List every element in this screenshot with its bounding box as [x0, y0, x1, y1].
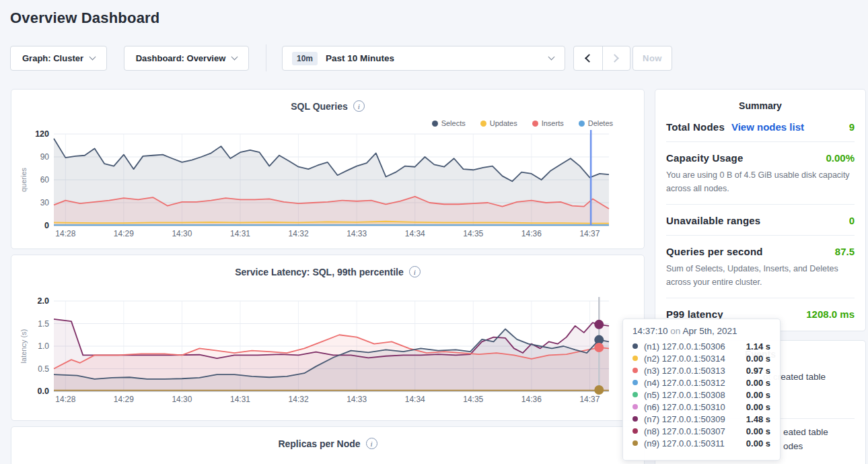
event-item: odes [783, 441, 803, 451]
qps-value: 87.5 [835, 246, 855, 257]
svg-text:60: 60 [40, 175, 50, 185]
svg-text:14:32: 14:32 [289, 229, 309, 238]
svg-text:1.0: 1.0 [38, 341, 49, 351]
tooltip-node-address: (n5) 127.0.0.1:50308 [644, 390, 725, 400]
svg-text:14:29: 14:29 [114, 229, 134, 238]
info-icon[interactable]: i [366, 438, 377, 449]
svg-text:latency (s): latency (s) [20, 329, 28, 364]
service-latency-chart[interactable]: 14:2814:2914:3014:3114:3214:3314:3414:35… [11, 290, 644, 406]
legend-dot-icon [532, 121, 538, 127]
tooltip-node-row: (n5) 127.0.0.1:503080.00 s [632, 389, 770, 401]
info-icon[interactable]: i [353, 100, 365, 112]
node-color-dot-icon [632, 428, 638, 434]
chevron-down-icon [231, 54, 238, 61]
svg-text:14:37: 14:37 [579, 229, 600, 238]
tooltip-node-address: (n7) 127.0.0.1:50309 [644, 414, 725, 424]
service-latency-card: Service Latency: SQL, 99th percentile i … [11, 255, 645, 421]
event-item: eated table [783, 427, 828, 437]
tooltip-node-address: (n3) 127.0.0.1:50313 [644, 366, 725, 376]
node-color-dot-icon [632, 404, 638, 409]
node-color-dot-icon [632, 380, 638, 385]
legend-label: Deletes [588, 119, 613, 127]
time-step-buttons [573, 46, 630, 71]
now-button[interactable]: Now [632, 46, 672, 71]
tooltip-node-address: (n2) 127.0.0.1:50314 [644, 354, 725, 364]
svg-text:14:28: 14:28 [55, 395, 75, 404]
tooltip-node-value: 0.97 s [746, 366, 770, 376]
legend-item[interactable]: Deletes [579, 119, 613, 127]
tooltip-node-value: 1.14 s [746, 341, 770, 352]
svg-text:14:33: 14:33 [347, 395, 367, 404]
sql-queries-chart[interactable]: 14:2814:2914:3014:3114:3214:3314:3414:35… [11, 129, 644, 243]
svg-text:1.5: 1.5 [38, 319, 49, 329]
tooltip-node-address: (n8) 127.0.0.1:50307 [644, 426, 725, 436]
legend-label: Inserts [542, 119, 564, 127]
tooltip-timestamp: 14:37:10 on Apr 5th, 2021 [632, 326, 770, 336]
unavailable-ranges-value: 0 [849, 215, 855, 226]
view-nodes-list-link[interactable]: View nodes list [731, 121, 804, 133]
qps-desc: Sum of Selects, Updates, Inserts, and De… [666, 262, 855, 289]
tooltip-node-address: (n4) 127.0.0.1:50312 [644, 378, 725, 388]
svg-text:14:34: 14:34 [405, 229, 425, 238]
replicas-per-node-title: Replicas per Node [278, 438, 360, 449]
summary-row-total-nodes: Total Nodes View nodes list 9 [666, 111, 855, 142]
svg-text:2.0: 2.0 [38, 296, 49, 306]
legend-item[interactable]: Selects [432, 119, 466, 127]
total-nodes-value: 9 [849, 121, 855, 133]
svg-text:14:29: 14:29 [114, 395, 134, 404]
tooltip-node-row: (n1) 127.0.0.1:503061.14 s [632, 340, 770, 352]
tooltip-node-value: 0.00 s [746, 426, 770, 436]
chevron-down-icon [89, 54, 96, 61]
tooltip-node-value: 0.00 s [746, 390, 770, 400]
page-title: Overview Dashboard [10, 9, 159, 27]
summary-row-unavailable: Unavailable ranges 0 [666, 205, 855, 236]
node-color-dot-icon [632, 343, 638, 349]
chart-hover-tooltip: 14:37:10 on Apr 5th, 2021 (n1) 127.0.0.1… [622, 319, 781, 461]
graph-selector-dropdown[interactable]: Graph: Cluster [10, 46, 107, 71]
tooltip-node-value: 0.00 s [746, 402, 770, 412]
svg-text:0.5: 0.5 [38, 364, 49, 374]
service-latency-title: Service Latency: SQL, 99th percentile [235, 267, 404, 277]
svg-text:0: 0 [44, 221, 49, 230]
tooltip-node-value: 1.48 s [746, 414, 770, 424]
legend-label: Updates [490, 119, 517, 127]
controls-divider [266, 44, 266, 71]
tooltip-node-value: 0.00 s [746, 378, 770, 388]
tooltip-node-value: 0.00 s [746, 438, 770, 449]
svg-text:14:33: 14:33 [347, 229, 367, 238]
legend-dot-icon [480, 121, 486, 127]
sql-queries-legend: SelectsUpdatesInsertsDeletes [432, 119, 613, 127]
summary-title: Summary [666, 100, 855, 111]
svg-text:queries: queries [20, 167, 28, 192]
p99-latency-value: 1208.0 ms [806, 308, 855, 320]
legend-label: Selects [441, 119, 466, 127]
node-color-dot-icon [632, 392, 638, 397]
tooltip-node-row: (n8) 127.0.0.1:503070.00 s [632, 425, 770, 437]
legend-item[interactable]: Updates [480, 119, 517, 127]
chevron-left-icon [585, 54, 593, 63]
tooltip-node-row: (n2) 127.0.0.1:503140.00 s [632, 352, 770, 364]
svg-text:14:35: 14:35 [463, 395, 483, 404]
chevron-down-icon [548, 54, 555, 61]
legend-item[interactable]: Inserts [532, 119, 564, 127]
time-range-selector[interactable]: 10m Past 10 Minutes [282, 46, 565, 71]
info-icon[interactable]: i [409, 266, 421, 277]
dashboard-selector-dropdown[interactable]: Dashboard: Overview [124, 46, 249, 71]
tooltip-node-row: (n4) 127.0.0.1:503120.00 s [632, 376, 770, 389]
svg-text:14:31: 14:31 [230, 229, 250, 238]
time-forward-button[interactable] [602, 46, 630, 70]
dashboard-selector-label: Dashboard: Overview [136, 53, 226, 63]
tooltip-node-address: (n6) 127.0.0.1:50310 [644, 402, 725, 412]
summary-panel: Summary Total Nodes View nodes list 9 Ca… [655, 89, 866, 331]
tooltip-node-row: (n9) 127.0.0.1:503110.00 s [632, 437, 770, 449]
node-color-dot-icon [632, 368, 638, 373]
svg-text:90: 90 [40, 152, 50, 162]
time-back-button[interactable] [574, 46, 602, 70]
legend-dot-icon [579, 121, 585, 127]
sql-queries-title: SQL Queries [291, 101, 348, 112]
svg-text:14:31: 14:31 [230, 395, 250, 404]
tooltip-node-row: (n6) 127.0.0.1:503100.00 s [632, 401, 770, 413]
legend-dot-icon [432, 121, 438, 127]
svg-text:14:32: 14:32 [289, 395, 309, 404]
tooltip-node-row: (n7) 127.0.0.1:503091.48 s [632, 413, 770, 425]
